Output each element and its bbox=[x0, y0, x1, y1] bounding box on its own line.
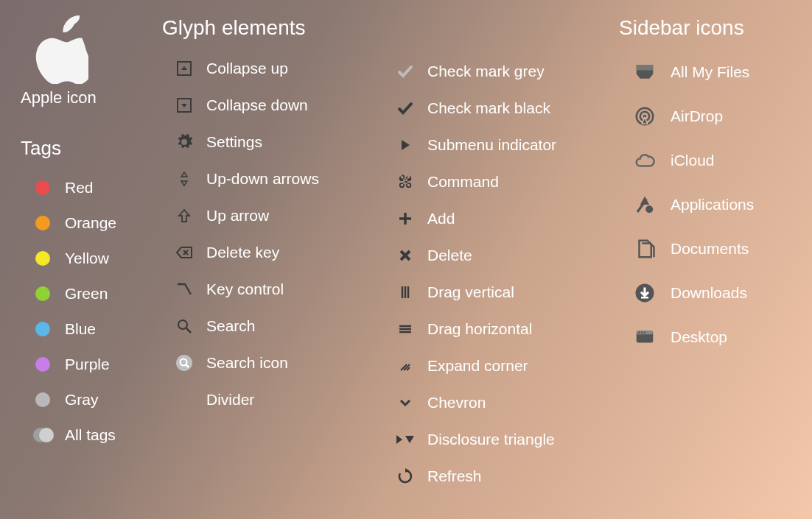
tag-label: Orange bbox=[65, 214, 116, 232]
tag-dot-icon bbox=[21, 322, 65, 336]
key-control-icon bbox=[162, 280, 206, 298]
glyph-label: Refresh bbox=[427, 467, 482, 485]
apple-logo-block: Apple icon bbox=[21, 15, 146, 107]
glyph-label: Divider bbox=[206, 391, 254, 409]
sidebar-downloads[interactable]: Downloads bbox=[619, 271, 803, 315]
tag-gray[interactable]: Gray bbox=[21, 382, 161, 417]
glyph-check-grey[interactable]: Check mark grey bbox=[383, 53, 604, 90]
apple-label: Apple icon bbox=[21, 88, 146, 107]
glyph-label: Key control bbox=[206, 280, 284, 298]
glyph-collapse-down[interactable]: Collapse down bbox=[162, 87, 376, 124]
tag-yellow[interactable]: Yellow bbox=[21, 241, 161, 276]
glyph-add[interactable]: Add bbox=[383, 200, 604, 237]
sidebar-icloud[interactable]: iCloud bbox=[619, 138, 803, 183]
glyph-delete[interactable]: Delete bbox=[383, 237, 604, 274]
tag-purple[interactable]: Purple bbox=[21, 347, 161, 382]
sidebar-label: Downloads bbox=[671, 284, 747, 302]
tag-red[interactable]: Red bbox=[21, 170, 161, 205]
tag-label: Yellow bbox=[65, 250, 109, 267]
glyph-label: Command bbox=[427, 173, 499, 191]
glyphs-section: Glyph elements Collapse up Collapse down… bbox=[162, 16, 376, 418]
airdrop-icon bbox=[619, 105, 671, 127]
collapse-up-icon bbox=[162, 60, 206, 77]
tag-dot-icon bbox=[21, 286, 65, 301]
sidebar-label: AirDrop bbox=[671, 107, 723, 125]
svg-point-17 bbox=[641, 332, 643, 334]
apple-icon bbox=[21, 15, 146, 84]
glyph-label: Collapse up bbox=[206, 60, 288, 77]
glyph-search-icon[interactable]: Search icon bbox=[162, 345, 376, 381]
tag-dot-icon bbox=[21, 428, 65, 442]
tag-dot-icon bbox=[21, 392, 65, 407]
svg-point-16 bbox=[638, 332, 640, 334]
tag-label: Purple bbox=[65, 356, 110, 373]
sidebar-label: Documents bbox=[671, 240, 749, 258]
delete-icon bbox=[383, 247, 427, 264]
glyph-drag-v[interactable]: Drag vertical bbox=[383, 274, 604, 311]
glyph-label: Delete bbox=[427, 247, 472, 264]
glyphs-header: Glyph elements bbox=[162, 16, 376, 40]
submenu-icon bbox=[383, 136, 427, 154]
search-icon bbox=[162, 317, 206, 335]
glyph-up-down-arrows[interactable]: Up-down arrows bbox=[162, 160, 376, 197]
up-down-arrows-icon bbox=[162, 170, 206, 188]
sidebar-documents[interactable]: Documents bbox=[619, 227, 803, 271]
glyph-command[interactable]: Command bbox=[383, 163, 604, 200]
glyph-check-black[interactable]: Check mark black bbox=[383, 90, 604, 127]
glyph-submenu[interactable]: Submenu indicator bbox=[383, 127, 604, 163]
add-icon bbox=[383, 210, 427, 227]
glyph-search[interactable]: Search bbox=[162, 308, 376, 345]
up-arrow-icon bbox=[162, 207, 206, 225]
tag-orange[interactable]: Orange bbox=[21, 205, 161, 241]
tag-all tags[interactable]: All tags bbox=[21, 417, 161, 453]
sidebar-all-my-files[interactable]: All My Files bbox=[619, 50, 803, 94]
glyph-expand[interactable]: Expand corner bbox=[383, 347, 604, 384]
glyph-settings[interactable]: Settings bbox=[162, 124, 376, 160]
sidebar-section: Sidebar icons All My Files AirDrop iClou… bbox=[619, 16, 803, 359]
glyph-label: Up-down arrows bbox=[206, 170, 319, 188]
glyph-label: Drag vertical bbox=[427, 283, 514, 301]
glyph-label: Settings bbox=[206, 133, 262, 151]
svg-point-4 bbox=[176, 355, 192, 371]
glyph-key-control[interactable]: Key control bbox=[162, 271, 376, 308]
svg-point-18 bbox=[644, 332, 646, 334]
sidebar-airdrop[interactable]: AirDrop bbox=[619, 94, 803, 138]
glyph-delete-key[interactable]: Delete key bbox=[162, 234, 376, 271]
tag-label: Red bbox=[65, 179, 94, 197]
glyph-refresh[interactable]: Refresh bbox=[383, 458, 604, 495]
glyph-drag-h[interactable]: Drag horizontal bbox=[383, 311, 604, 347]
svg-point-11 bbox=[645, 205, 653, 213]
glyph-disclosure[interactable]: Disclosure triangle bbox=[383, 421, 604, 458]
sidebar-applications[interactable]: Applications bbox=[619, 183, 803, 227]
glyph-up-arrow[interactable]: Up arrow bbox=[162, 197, 376, 234]
glyph-label: Chevron bbox=[427, 394, 486, 412]
glyph-divider[interactable]: Divider bbox=[162, 381, 376, 418]
applications-icon bbox=[619, 194, 671, 216]
svg-line-3 bbox=[186, 328, 191, 333]
tag-blue[interactable]: Blue bbox=[21, 311, 161, 347]
downloads-icon bbox=[619, 282, 671, 304]
chevron-icon bbox=[383, 394, 427, 412]
tag-label: Green bbox=[65, 285, 108, 303]
glyph-chevron[interactable]: Chevron bbox=[383, 384, 604, 421]
tag-dot-icon bbox=[21, 251, 65, 266]
tag-dot-icon bbox=[21, 357, 65, 372]
sidebar-label: iCloud bbox=[671, 152, 715, 169]
glyph-collapse-up[interactable]: Collapse up bbox=[162, 50, 376, 87]
svg-rect-7 bbox=[637, 65, 654, 71]
expand-icon bbox=[383, 357, 427, 375]
icloud-icon bbox=[619, 149, 671, 172]
sidebar-label: Desktop bbox=[671, 328, 727, 346]
glyph-label: Search icon bbox=[206, 354, 288, 372]
sidebar-header: Sidebar icons bbox=[619, 16, 803, 40]
glyph-label: Add bbox=[427, 210, 455, 227]
glyph-label: Up arrow bbox=[206, 207, 269, 225]
command-icon bbox=[383, 174, 427, 190]
sidebar-desktop[interactable]: Desktop bbox=[619, 315, 803, 359]
check-grey-icon bbox=[383, 63, 427, 80]
tag-label: Gray bbox=[65, 391, 99, 409]
glyph-label: Check mark black bbox=[427, 99, 550, 117]
tag-label: Blue bbox=[65, 320, 96, 338]
all-my-files-icon bbox=[619, 61, 671, 83]
tag-green[interactable]: Green bbox=[21, 276, 161, 311]
